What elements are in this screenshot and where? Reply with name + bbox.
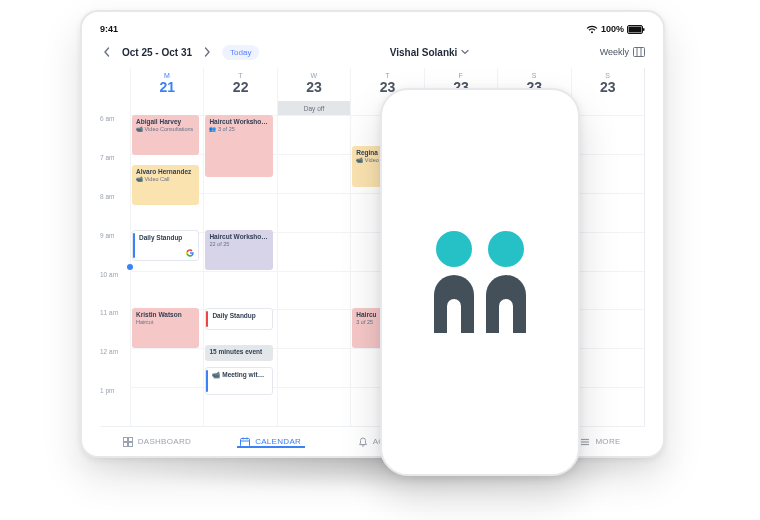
google-icon [186,249,194,257]
day-of-month: 23 [278,79,350,95]
phone-screen [390,98,570,466]
day-of-week: F [425,72,497,79]
date-range: Oct 25 - Oct 31 [122,47,192,58]
event-title: Haircut Workshops [209,233,268,241]
event-subtitle: Haircut [136,319,195,326]
calendar-event[interactable]: Alvaro Hernandez📹 Video Call [132,165,199,205]
day-of-month: 21 [131,79,203,95]
svg-rect-6 [123,437,127,441]
day-of-month: 23 [572,79,644,95]
event-subtitle: 📹 Video Consultations [136,126,195,133]
day-column [277,115,350,426]
logo-person-icon [486,231,526,333]
day-of-week: W [278,72,350,79]
allday-event[interactable]: Day off [278,101,350,115]
event-title: Daily Standup [139,234,194,242]
day-header-cell[interactable]: S23 [571,68,644,101]
next-week-button[interactable] [200,45,214,59]
view-mode-selector[interactable]: Weekly [600,47,645,57]
allday-cell [130,101,203,115]
day-of-week: T [351,72,423,79]
user-name: Vishal Solanki [390,47,458,58]
event-accent-bar [133,233,135,258]
day-column: Abigail Harvey📹 Video ConsultationsAlvar… [130,115,203,426]
calendar-event[interactable]: Kristin WatsonHaircut [132,308,199,348]
event-title: Daily Standup [212,312,267,320]
tab-calendar-label: CALENDAR [255,437,301,446]
today-button[interactable]: Today [222,45,259,60]
svg-rect-8 [123,442,127,446]
svg-rect-1 [629,26,642,32]
day-of-month: 22 [204,79,276,95]
view-mode-label: Weekly [600,47,629,57]
event-subtitle: 📹 Video Call [136,176,195,183]
calendar-toolbar: Oct 25 - Oct 31 Today Vishal Solanki Wee… [100,40,645,64]
event-title: 📹 Meeting with Jo... [212,371,267,379]
event-title: Haircut Workshops [209,118,268,126]
phone-device [380,88,580,476]
allday-cell: Day off [277,101,350,115]
day-column: Haircut Workshops👥 3 of 25Haircut Worksh… [203,115,276,426]
svg-rect-3 [633,48,644,57]
event-title: 15 minutes event [209,348,268,356]
day-of-week: S [498,72,570,79]
day-header-cell[interactable]: W23 [277,68,350,101]
logo-person-icon [434,231,474,333]
calendar-event[interactable]: Abigail Harvey📹 Video Consultations [132,115,199,155]
day-header-cell[interactable]: T22 [203,68,276,101]
allday-cell [203,101,276,115]
tab-more-label: MORE [595,437,620,446]
calendar-event[interactable]: Haircut Workshops22 of 25 [205,230,272,270]
calendar-icon [240,437,250,447]
prev-week-button[interactable] [100,45,114,59]
day-of-week: M [131,72,203,79]
tablet-status-bar: 9:41 100% [100,24,645,34]
event-subtitle: 👥 3 of 25 [209,126,268,133]
dashboard-icon [123,437,133,447]
chevron-down-icon [461,48,469,56]
svg-rect-9 [128,442,132,446]
svg-rect-10 [241,438,250,446]
battery-icon [627,25,645,34]
calendar-event[interactable]: Haircut Workshops👥 3 of 25 [205,115,272,177]
current-time-indicator [127,264,133,270]
svg-rect-7 [128,437,132,441]
event-accent-bar [206,311,208,327]
calendar-event[interactable]: Daily Standup [132,230,199,261]
event-title: Abigail Harvey [136,118,195,126]
calendar-event[interactable]: 15 minutes event [205,345,272,361]
day-header-cell[interactable]: M21 [130,68,203,101]
wifi-icon [586,25,598,34]
tab-dashboard[interactable]: DASHBOARD [100,437,214,447]
day-of-week: S [572,72,644,79]
event-title: Alvaro Hernandez [136,168,195,176]
bell-icon [358,437,368,447]
event-accent-bar [206,370,208,392]
tab-calendar[interactable]: CALENDAR [214,437,328,447]
user-selector[interactable]: Vishal Solanki [390,47,470,58]
calendar-event[interactable]: 📹 Meeting with Jo... [205,367,272,395]
status-time: 9:41 [100,24,118,34]
week-grid-icon [633,47,645,57]
event-subtitle: 22 of 25 [209,241,268,248]
svg-rect-2 [643,28,645,31]
battery-percent: 100% [601,24,624,34]
hamburger-icon [580,437,590,447]
calendar-event[interactable]: Daily Standup [205,308,272,330]
event-title: Kristin Watson [136,311,195,319]
allday-cell [571,101,644,115]
day-of-week: T [204,72,276,79]
tab-dashboard-label: DASHBOARD [138,437,191,446]
day-column [571,115,644,426]
brand-logo [434,231,526,333]
